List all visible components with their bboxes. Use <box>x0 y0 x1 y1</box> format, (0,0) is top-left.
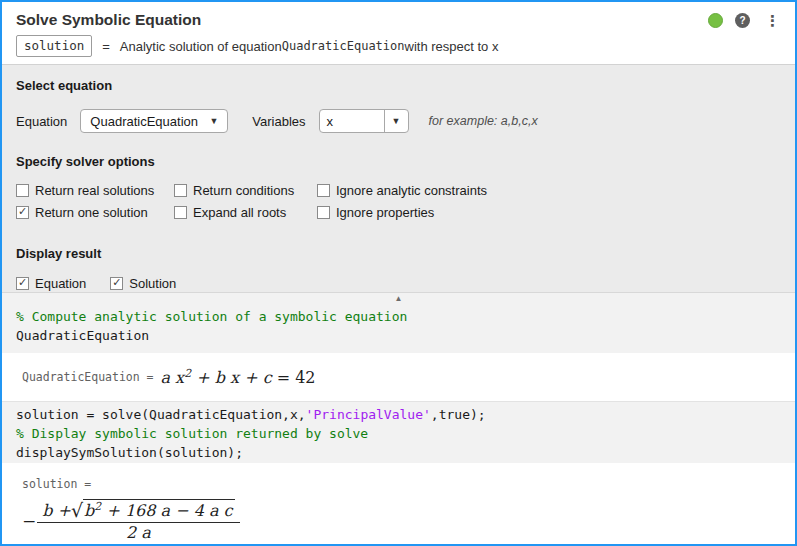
solution-output-label: solution = <box>22 477 795 491</box>
code-line[interactable]: solution = solve(QuadraticEquation,x,'Pr… <box>16 405 795 424</box>
checkbox-icon <box>174 184 187 197</box>
checkbox-label: Expand all roots <box>193 205 286 220</box>
task-form-panel: Select equation Equation QuadraticEquati… <box>2 64 795 292</box>
display-result-heading: Display result <box>16 246 781 261</box>
select-equation-heading: Select equation <box>16 78 781 93</box>
solution-formula: − b + √b2 + 168 a − 4 a c 2 a <box>22 499 795 542</box>
checkbox-label: Solution <box>129 276 176 291</box>
solver-options-grid: Return real solutions Return conditions … <box>16 183 781 220</box>
task-signature: solution = Analytic solution of equation… <box>16 35 783 57</box>
checkbox-icon <box>174 206 187 219</box>
variables-combobox[interactable]: x ▼ <box>319 109 409 133</box>
equals-sign: = <box>102 39 110 54</box>
checkbox-ignore-analytic-constraints[interactable]: Ignore analytic constraints <box>317 183 781 198</box>
equation-output: QuadraticEquation = a x2 + b x + c = 42 <box>2 353 795 401</box>
overflow-menu-icon[interactable]: ⋮ <box>762 14 783 28</box>
fraction-numerator: b + √b2 + 168 a − 4 a c <box>37 499 239 523</box>
equation-row: Equation QuadraticEquation ▼ Variables x… <box>16 109 781 133</box>
checkbox-icon <box>16 184 29 197</box>
solve-symbolic-equation-task: Solve Symbolic Equation ? ⋮ solution = A… <box>0 0 797 546</box>
chevron-down-icon: ▼ <box>392 116 401 126</box>
radicand: b2 + 168 a − 4 a c <box>83 499 234 520</box>
string-literal: 'PrincipalValue' <box>306 407 431 422</box>
variables-label: Variables <box>252 114 305 129</box>
variables-input[interactable]: x <box>320 110 384 132</box>
status-indicator-icon <box>708 13 723 28</box>
checkbox-icon: ✓ <box>16 277 29 290</box>
checkbox-return-one-solution[interactable]: ✓ Return one solution <box>16 205 174 220</box>
checkbox-return-real-solutions[interactable]: Return real solutions <box>16 183 174 198</box>
chevron-down-icon: ▼ <box>209 116 218 126</box>
solver-options-heading: Specify solver options <box>16 154 781 169</box>
checkbox-icon: ✓ <box>110 277 123 290</box>
equation-output-label: QuadraticEquation = <box>22 370 160 384</box>
checkbox-icon <box>317 184 330 197</box>
checkbox-expand-all-roots[interactable]: Expand all roots <box>174 205 317 220</box>
checkbox-icon: ✓ <box>16 206 29 219</box>
fraction-denominator: 2 a <box>126 521 151 542</box>
checkbox-label: Equation <box>35 276 86 291</box>
code-comment-line[interactable]: % Compute analytic solution of a symboli… <box>16 307 795 326</box>
page-title: Solve Symbolic Equation <box>16 11 708 29</box>
code-line[interactable]: displaySymSolution(solution); <box>16 443 795 462</box>
checkbox-label: Return conditions <box>193 183 294 198</box>
task-description-equation-name: QuadraticEquation <box>282 39 405 53</box>
task-description-suffix: with respect to x <box>405 39 499 54</box>
checkbox-label: Ignore properties <box>336 205 434 220</box>
help-icon[interactable]: ? <box>735 13 750 28</box>
checkbox-ignore-properties[interactable]: Ignore properties <box>317 205 781 220</box>
task-header: Solve Symbolic Equation ? ⋮ solution = A… <box>2 2 795 64</box>
equation-math: a x2 + b x + c = 42 <box>160 367 315 387</box>
collapse-code-icon[interactable]: ▲ <box>2 294 795 304</box>
checkbox-label: Ignore analytic constraints <box>336 183 487 198</box>
code-comment-line[interactable]: % Display symbolic solution returned by … <box>16 424 795 443</box>
checkbox-label: Return real solutions <box>35 183 154 198</box>
code-line[interactable]: QuadraticEquation <box>16 326 795 345</box>
generated-code-section-2[interactable]: solution = solve(QuadraticEquation,x,'Pr… <box>2 401 795 463</box>
generated-code-section-1[interactable]: ▲ % Compute analytic solution of a symbo… <box>2 292 795 353</box>
display-result-row: ✓ Equation ✓ Solution <box>16 276 781 291</box>
equation-label: Equation <box>16 114 67 129</box>
equation-dropdown[interactable]: QuadraticEquation ▼ <box>80 109 228 133</box>
checkbox-display-solution[interactable]: ✓ Solution <box>110 276 176 291</box>
fraction: b + √b2 + 168 a − 4 a c 2 a <box>37 499 239 542</box>
checkbox-display-equation[interactable]: ✓ Equation <box>16 276 86 291</box>
task-description-prefix: Analytic solution of equation <box>120 39 282 54</box>
checkbox-icon <box>317 206 330 219</box>
equation-dropdown-value: QuadraticEquation <box>90 114 198 129</box>
minus-sign: − <box>22 511 36 531</box>
variables-dropdown-button[interactable]: ▼ <box>384 110 408 132</box>
variables-example-hint: for example: a,b,c,x <box>429 114 538 128</box>
output-variable-field[interactable]: solution <box>16 35 92 57</box>
checkbox-label: Return one solution <box>35 205 148 220</box>
solution-output: solution = − b + √b2 + 168 a − 4 a c 2 a <box>2 463 795 544</box>
sqrt-icon: √ <box>71 501 83 520</box>
checkbox-return-conditions[interactable]: Return conditions <box>174 183 317 198</box>
